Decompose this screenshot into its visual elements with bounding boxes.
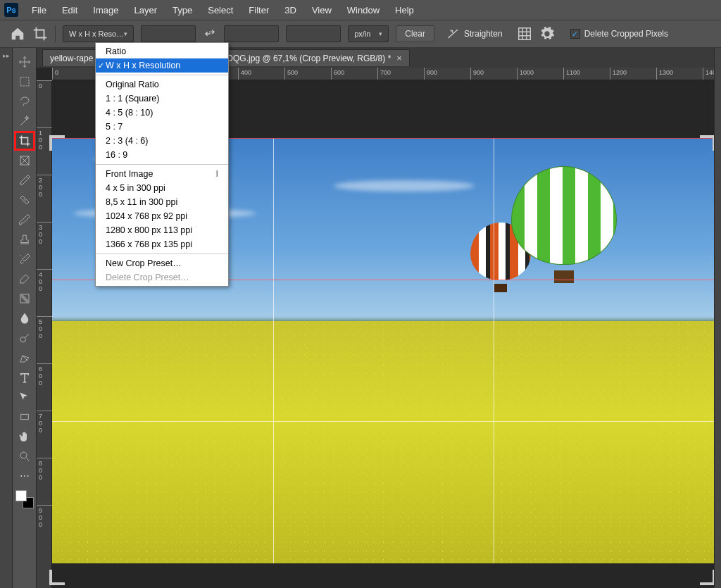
crop-indicator-icon <box>32 26 48 42</box>
expand-chevrons-icon: ▸▸ <box>3 52 10 59</box>
dropdown-item-preset-8p5x11[interactable]: 8,5 x 11 in 300 ppi <box>96 195 228 209</box>
foreground-color-swatch[interactable] <box>15 490 27 501</box>
gear-icon[interactable] <box>539 26 555 42</box>
menu-filter[interactable]: Filter <box>242 2 275 18</box>
delete-cropped-checkbox[interactable]: ✓ Delete Cropped Pixels <box>570 29 668 39</box>
tool-history-brush[interactable] <box>14 249 35 269</box>
home-icon[interactable] <box>10 26 25 42</box>
crop-width-input[interactable] <box>141 25 196 42</box>
tool-wand[interactable] <box>14 111 35 131</box>
menu-type[interactable]: Type <box>166 2 199 18</box>
menu-image[interactable]: Image <box>87 2 125 18</box>
panel-expand-strip[interactable]: ▸▸ <box>0 48 13 588</box>
right-collapsed-panel[interactable] <box>714 48 721 588</box>
ruler-vertical[interactable]: 0100200300400500600700800900 <box>37 80 52 588</box>
tool-crop[interactable] <box>14 131 35 151</box>
crop-preset-dropdown: Ratio W x H x Resolution Original Ratio … <box>95 42 229 287</box>
delete-cropped-label: Delete Cropped Pixels <box>584 29 668 39</box>
dropdown-item-ratio[interactable]: Ratio <box>96 44 228 58</box>
tool-eyedropper[interactable] <box>14 170 35 190</box>
chevron-down-icon: ▾ <box>379 30 382 37</box>
menu-window[interactable]: Window <box>341 2 386 18</box>
dropdown-item-delete-preset: Delete Crop Preset… <box>96 270 228 284</box>
tab-title-rest: W3BXDQG.jpg @ 67,1% (Crop Preview, RGB/8… <box>203 54 391 63</box>
tool-stamp[interactable] <box>14 230 35 249</box>
crop-preset-select[interactable]: W x H x Reso… ▾ <box>63 25 134 42</box>
front-image-shortcut: I <box>216 169 218 179</box>
tool-move[interactable] <box>14 52 35 72</box>
dropdown-item-new-preset[interactable]: New Crop Preset… <box>96 256 228 270</box>
tool-brush[interactable] <box>14 210 35 230</box>
menubar: Ps File Edit Image Layer Type Select Fil… <box>0 0 721 20</box>
crop-units-select[interactable]: px/in ▾ <box>348 25 389 42</box>
crop-height-input[interactable] <box>224 25 279 42</box>
tab-title-prefix: yellow-rape <box>50 54 93 63</box>
menu-view[interactable]: View <box>306 2 338 18</box>
front-image-label: Front Image <box>106 169 153 179</box>
tool-gradient[interactable] <box>14 289 35 308</box>
tool-frame[interactable] <box>14 151 35 170</box>
menu-edit[interactable]: Edit <box>56 2 84 18</box>
menu-3d[interactable]: 3D <box>278 2 303 18</box>
dropdown-item-ratio-16-9[interactable]: 16 : 9 <box>96 148 228 162</box>
dropdown-item-wxh-resolution[interactable]: W x H x Resolution <box>96 58 228 73</box>
crop-units-label: px/in <box>354 30 370 38</box>
dropdown-item-preset-1024x768[interactable]: 1024 x 768 px 92 ppi <box>96 209 228 223</box>
tool-marquee[interactable] <box>14 72 35 92</box>
tool-rectangle[interactable] <box>14 407 35 427</box>
crop-resolution-input[interactable] <box>286 25 341 42</box>
menu-file[interactable]: File <box>25 2 53 18</box>
crop-handle-bl[interactable] <box>49 570 65 585</box>
crop-handle-tr[interactable] <box>700 135 715 151</box>
tool-zoom[interactable] <box>14 446 35 466</box>
color-swatches[interactable] <box>15 490 34 508</box>
tool-extras[interactable]: ⋯ <box>14 466 35 486</box>
dropdown-item-front-image[interactable]: Front Image I <box>96 167 228 181</box>
clear-button[interactable]: Clear <box>396 25 434 42</box>
dropdown-item-ratio-5-7[interactable]: 5 : 7 <box>96 120 228 134</box>
dropdown-item-preset-1366x768[interactable]: 1366 x 768 px 135 ppi <box>96 237 228 251</box>
crop-handle-br[interactable] <box>700 570 715 585</box>
straighten-label[interactable]: Straighten <box>464 29 503 39</box>
svg-rect-4 <box>20 414 28 420</box>
crop-handle-tl[interactable] <box>49 135 65 151</box>
tool-path[interactable] <box>14 387 35 407</box>
menu-help[interactable]: Help <box>389 2 420 18</box>
dropdown-item-preset-1280x800[interactable]: 1280 x 800 px 113 ppi <box>96 223 228 237</box>
close-icon[interactable]: × <box>396 53 402 63</box>
dropdown-item-ratio-4-5[interactable]: 4 : 5 (8 : 10) <box>96 106 228 120</box>
chevron-down-icon: ▾ <box>124 30 127 37</box>
app-logo[interactable]: Ps <box>4 3 18 17</box>
tool-blur[interactable] <box>14 308 35 328</box>
svg-rect-0 <box>20 77 29 86</box>
dropdown-item-ratio-2-3[interactable]: 2 : 3 (4 : 6) <box>96 134 228 148</box>
swap-dimensions-icon[interactable] <box>203 27 217 41</box>
tool-pen[interactable] <box>14 348 35 368</box>
tool-dodge[interactable] <box>14 328 35 348</box>
svg-point-5 <box>20 452 27 458</box>
tool-type[interactable] <box>14 368 35 387</box>
menu-select[interactable]: Select <box>201 2 239 18</box>
image-balloon-green <box>511 166 617 286</box>
dropdown-item-original-ratio[interactable]: Original Ratio <box>96 77 228 92</box>
overlay-grid-icon[interactable] <box>517 26 532 42</box>
tool-hand[interactable] <box>14 427 35 446</box>
tool-eraser[interactable] <box>14 269 35 289</box>
menu-layer[interactable]: Layer <box>128 2 164 18</box>
dropdown-item-preset-4x5[interactable]: 4 x 5 in 300 ppi <box>96 181 228 195</box>
straighten-icon[interactable] <box>447 27 460 40</box>
crop-preset-label: W x H x Reso… <box>69 30 124 38</box>
tool-healing[interactable] <box>14 190 35 210</box>
checkbox-icon: ✓ <box>570 29 580 39</box>
svg-point-3 <box>20 337 26 343</box>
dropdown-item-ratio-1-1[interactable]: 1 : 1 (Square) <box>96 92 228 106</box>
toolbar: ⋯ <box>13 48 37 588</box>
tool-lasso[interactable] <box>14 92 35 111</box>
